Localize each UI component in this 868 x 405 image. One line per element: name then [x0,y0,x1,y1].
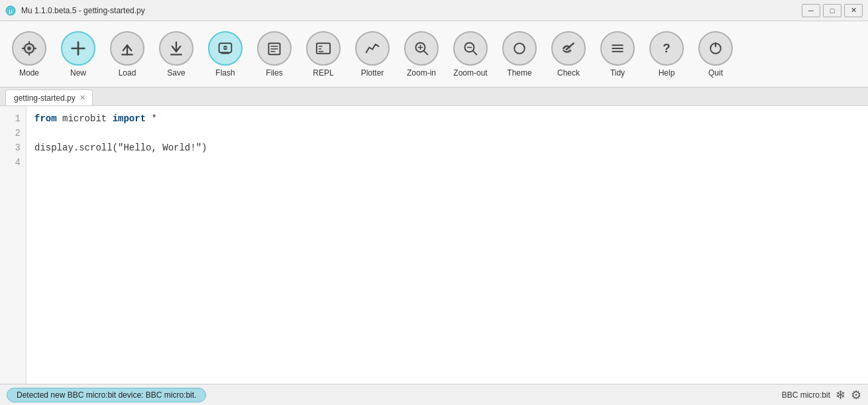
zoom-out-icon [453,31,488,66]
zoom-in-icon [404,31,439,66]
toolbar-theme-button[interactable]: Theme [496,25,543,84]
toolbar-load-button[interactable]: Load [103,25,151,84]
plotter-label: Plotter [361,68,384,78]
toolbar-zoom-in-button[interactable]: Zoom-in [398,25,445,84]
toolbar-plotter-button[interactable]: Plotter [349,25,396,84]
svg-point-34 [514,43,525,54]
toolbar-flash-button[interactable]: Flash [201,25,249,84]
svg-text:?: ? [663,41,670,55]
svg-rect-16 [221,52,229,54]
device-label: BBC micro:bit [782,390,830,400]
quit-icon [698,31,733,66]
tab-close-icon[interactable]: ✕ [80,94,85,101]
app-icon: μ [5,5,16,16]
flash-label: Flash [215,68,235,78]
new-label: New [70,68,86,78]
toolbar-zoom-out-button[interactable]: Zoom-out [447,25,494,84]
toolbar-repl-button[interactable]: REPL [299,25,347,84]
tidy-label: Tidy [610,68,625,78]
minimize-button[interactable]: ─ [802,4,820,17]
svg-text:μ: μ [9,8,12,15]
help-icon: ? [649,31,684,66]
check-icon [551,31,586,66]
status-bar: Detected new BBC micro:bit device: BBC m… [0,384,868,405]
plotter-icon [355,31,390,66]
toolbar: ModeNewLoadSaveFlashFilesREPLPlotterZoom… [0,21,868,87]
toolbar-save-button[interactable]: Save [152,25,200,84]
new-icon [61,31,95,66]
tidy-icon [600,31,635,66]
mode-icon [12,31,46,66]
window-controls: ─ □ ✕ [802,4,863,17]
files-icon [257,31,292,66]
window-title: Mu 1.1.0.beta.5 - getting-started.py [21,6,145,15]
line-number: 2 [0,126,26,141]
toolbar-files-button[interactable]: Files [250,25,298,84]
tab-bar: getting-started.py ✕ [0,87,868,106]
line-number: 3 [0,141,26,155]
microbit-icon: ❄ [836,388,845,402]
svg-line-32 [473,50,476,54]
svg-line-28 [424,50,427,54]
repl-label: REPL [313,68,333,78]
help-label: Help [659,68,675,78]
repl-icon [306,31,341,66]
zoom-in-label: Zoom-in [407,68,436,78]
save-label: Save [167,68,185,78]
title-bar: μ Mu 1.1.0.beta.5 - getting-started.py ─… [0,0,868,21]
toolbar-quit-button[interactable]: Quit [692,25,739,84]
load-icon [110,31,144,66]
toolbar-check-button[interactable]: Check [545,25,592,84]
toolbar-tidy-button[interactable]: Tidy [594,25,641,84]
flash-icon [208,31,243,66]
zoom-out-label: Zoom-out [453,68,487,78]
toolbar-new-button[interactable]: New [54,25,102,84]
title-bar-left: μ Mu 1.1.0.beta.5 - getting-started.py [5,5,145,16]
theme-icon [502,31,537,66]
close-button[interactable]: ✕ [844,4,863,17]
editor-area: 1234 from microbit import * display.scro… [0,106,868,384]
theme-label: Theme [507,68,531,78]
main-content: ModeNewLoadSaveFlashFilesREPLPlotterZoom… [0,21,868,405]
files-label: Files [266,68,282,78]
toolbar-mode-button[interactable]: Mode [5,25,53,84]
mode-label: Mode [19,68,39,78]
code-editor[interactable]: from microbit import * display.scroll("H… [27,106,868,384]
load-label: Load [119,68,136,78]
line-number: 4 [0,155,26,170]
status-right: BBC micro:bit ❄ ⚙ [782,388,861,402]
settings-icon[interactable]: ⚙ [851,388,861,402]
svg-point-4 [27,46,30,50]
quit-label: Quit [708,68,723,78]
check-label: Check [557,68,580,78]
status-message: Detected new BBC micro:bit device: BBC m… [7,388,206,402]
save-icon [159,31,193,66]
line-numbers: 1234 [0,106,27,384]
maximize-button[interactable]: □ [823,4,841,17]
tab-label: getting-started.py [14,93,76,103]
line-number: 1 [0,111,26,126]
tab-getting-started[interactable]: getting-started.py ✕ [5,89,93,105]
toolbar-help-button[interactable]: ?Help [643,25,690,84]
